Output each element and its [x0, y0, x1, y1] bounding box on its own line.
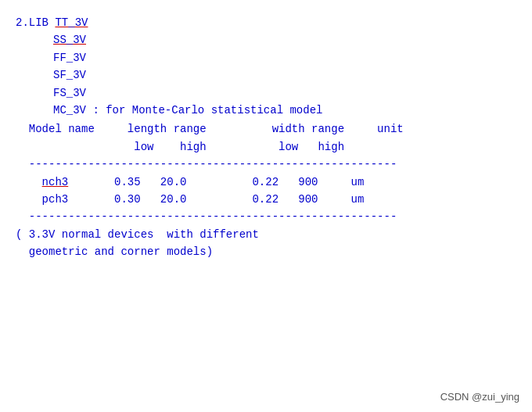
footer-line2: geometric and corner models)	[16, 243, 516, 260]
model-name-nch3: nch3	[42, 176, 69, 188]
lib-item-fs3v: FS_3V	[16, 84, 516, 102]
lib-name-tt3v: TT_3V	[55, 16, 88, 29]
table-header-row1: Model name length range width range unit	[16, 120, 516, 138]
footer-line1: ( 3.3V normal devices with different	[16, 226, 516, 243]
table-header-row2: low high low high	[16, 138, 516, 156]
lib-header-line: 2.LIB TT_3V	[16, 14, 516, 31]
table-row-pch3: pch3 0.30 20.0 0.22 900 um	[16, 191, 516, 208]
table-separator-top: ----------------------------------------…	[16, 156, 516, 173]
lib-item-ss3v: SS_3V	[16, 31, 516, 48]
lib-number: 2.	[16, 16, 29, 29]
lib-item-sf3v: SF_3V	[16, 66, 516, 84]
model-table: Model name length range width range unit…	[16, 120, 516, 225]
watermark: CSDN @zui_ying	[440, 391, 519, 403]
lib-item-ff3v: FF_3V	[16, 49, 516, 66]
lib-keyword: LIB	[29, 16, 56, 29]
mc-label: MC_3V : for Monte-Carlo statistical mode…	[16, 102, 516, 119]
table-separator-bottom: ----------------------------------------…	[16, 208, 516, 225]
table-row-nch3: nch3 0.35 20.0 0.22 900 um	[16, 174, 516, 191]
content-area: 2.LIB TT_3V SS_3V FF_3V SF_3V FS_3V MC_3…	[16, 8, 516, 260]
model-name-pch3: pch3	[42, 193, 69, 206]
